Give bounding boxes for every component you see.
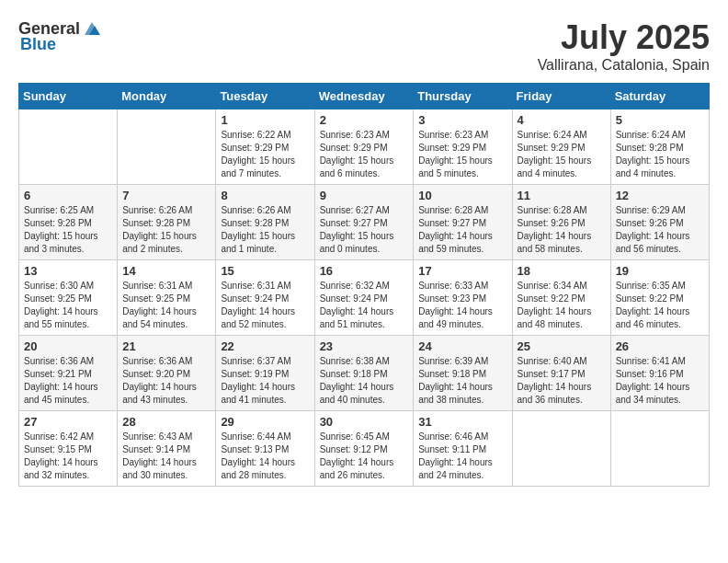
day-number: 1 xyxy=(221,113,309,127)
logo-icon xyxy=(82,18,102,39)
day-number: 8 xyxy=(221,189,309,202)
day-detail: Sunrise: 6:30 AMSunset: 9:25 PMDaylight:… xyxy=(24,280,112,331)
day-detail: Sunrise: 6:29 AMSunset: 9:26 PMDaylight:… xyxy=(616,204,704,256)
day-detail: Sunrise: 6:46 AMSunset: 9:11 PMDaylight:… xyxy=(418,431,506,482)
day-detail: Sunrise: 6:26 AMSunset: 9:28 PMDaylight:… xyxy=(221,204,309,256)
calendar-cell: 27Sunrise: 6:42 AMSunset: 9:15 PMDayligh… xyxy=(19,411,118,487)
day-detail: Sunrise: 6:39 AMSunset: 9:18 PMDaylight:… xyxy=(418,355,506,407)
day-number: 9 xyxy=(320,189,409,202)
day-detail: Sunrise: 6:41 AMSunset: 9:16 PMDaylight:… xyxy=(616,355,704,407)
day-detail: Sunrise: 6:43 AMSunset: 9:14 PMDaylight:… xyxy=(122,431,210,482)
calendar-cell: 13Sunrise: 6:30 AMSunset: 9:25 PMDayligh… xyxy=(19,260,118,336)
weekday-header-sunday: Sunday xyxy=(19,84,118,109)
calendar-cell: 12Sunrise: 6:29 AMSunset: 9:26 PMDayligh… xyxy=(610,185,709,260)
calendar-header: SundayMondayTuesdayWednesdayThursdayFrid… xyxy=(19,84,710,109)
calendar-cell: 11Sunrise: 6:28 AMSunset: 9:26 PMDayligh… xyxy=(512,185,610,260)
week-row-2: 6Sunrise: 6:25 AMSunset: 9:28 PMDaylight… xyxy=(19,185,710,260)
day-detail: Sunrise: 6:31 AMSunset: 9:24 PMDaylight:… xyxy=(221,280,309,331)
day-detail: Sunrise: 6:24 AMSunset: 9:28 PMDaylight:… xyxy=(616,129,704,180)
day-detail: Sunrise: 6:40 AMSunset: 9:17 PMDaylight:… xyxy=(518,355,606,407)
title-block: July 2025 Vallirana, Catalonia, Spain xyxy=(538,18,710,74)
calendar-cell: 3Sunrise: 6:23 AMSunset: 9:29 PMDaylight… xyxy=(414,109,512,185)
weekday-header-thursday: Thursday xyxy=(414,84,512,109)
calendar-cell: 26Sunrise: 6:41 AMSunset: 9:16 PMDayligh… xyxy=(610,336,709,411)
day-detail: Sunrise: 6:38 AMSunset: 9:18 PMDaylight:… xyxy=(320,355,409,407)
day-detail: Sunrise: 6:27 AMSunset: 9:27 PMDaylight:… xyxy=(320,204,409,256)
day-number: 27 xyxy=(24,415,112,429)
calendar-cell: 8Sunrise: 6:26 AMSunset: 9:28 PMDaylight… xyxy=(216,185,314,260)
day-detail: Sunrise: 6:42 AMSunset: 9:15 PMDaylight:… xyxy=(24,431,112,482)
day-number: 20 xyxy=(24,339,112,353)
page-header: General Blue July 2025 Vallirana, Catalo… xyxy=(18,18,710,74)
calendar-table: SundayMondayTuesdayWednesdayThursdayFrid… xyxy=(18,83,710,487)
day-detail: Sunrise: 6:45 AMSunset: 9:12 PMDaylight:… xyxy=(320,431,409,482)
calendar-cell: 21Sunrise: 6:36 AMSunset: 9:20 PMDayligh… xyxy=(118,336,216,411)
day-detail: Sunrise: 6:32 AMSunset: 9:24 PMDaylight:… xyxy=(320,280,409,331)
day-number: 26 xyxy=(616,339,704,353)
week-row-1: 1Sunrise: 6:22 AMSunset: 9:29 PMDaylight… xyxy=(19,109,710,185)
calendar-cell: 25Sunrise: 6:40 AMSunset: 9:17 PMDayligh… xyxy=(512,336,610,411)
calendar-cell: 23Sunrise: 6:38 AMSunset: 9:18 PMDayligh… xyxy=(314,336,414,411)
day-number: 18 xyxy=(518,264,606,278)
day-number: 21 xyxy=(122,339,210,353)
calendar-cell xyxy=(19,109,118,185)
day-detail: Sunrise: 6:44 AMSunset: 9:13 PMDaylight:… xyxy=(221,431,309,482)
calendar-cell: 17Sunrise: 6:33 AMSunset: 9:23 PMDayligh… xyxy=(414,260,512,336)
day-detail: Sunrise: 6:23 AMSunset: 9:29 PMDaylight:… xyxy=(418,129,506,180)
month-title: July 2025 xyxy=(538,18,710,57)
day-number: 15 xyxy=(221,264,309,278)
day-detail: Sunrise: 6:28 AMSunset: 9:26 PMDaylight:… xyxy=(518,204,606,256)
day-number: 13 xyxy=(24,264,112,278)
day-number: 12 xyxy=(616,189,704,202)
day-detail: Sunrise: 6:36 AMSunset: 9:21 PMDaylight:… xyxy=(24,355,112,407)
day-number: 23 xyxy=(320,339,409,353)
week-row-3: 13Sunrise: 6:30 AMSunset: 9:25 PMDayligh… xyxy=(19,260,710,336)
day-number: 14 xyxy=(122,264,210,278)
day-number: 28 xyxy=(122,415,210,429)
calendar-cell: 6Sunrise: 6:25 AMSunset: 9:28 PMDaylight… xyxy=(19,185,118,260)
day-number: 6 xyxy=(24,189,112,202)
calendar-cell: 4Sunrise: 6:24 AMSunset: 9:29 PMDaylight… xyxy=(512,109,610,185)
day-detail: Sunrise: 6:33 AMSunset: 9:23 PMDaylight:… xyxy=(418,280,506,331)
day-detail: Sunrise: 6:24 AMSunset: 9:29 PMDaylight:… xyxy=(518,129,606,180)
calendar-cell xyxy=(118,109,216,185)
day-number: 7 xyxy=(122,189,210,202)
weekday-header-tuesday: Tuesday xyxy=(216,84,314,109)
day-number: 11 xyxy=(518,189,606,202)
day-detail: Sunrise: 6:35 AMSunset: 9:22 PMDaylight:… xyxy=(616,280,704,331)
day-detail: Sunrise: 6:25 AMSunset: 9:28 PMDaylight:… xyxy=(24,204,112,256)
day-detail: Sunrise: 6:23 AMSunset: 9:29 PMDaylight:… xyxy=(320,129,409,180)
week-row-4: 20Sunrise: 6:36 AMSunset: 9:21 PMDayligh… xyxy=(19,336,710,411)
day-number: 24 xyxy=(418,339,506,353)
calendar-cell: 9Sunrise: 6:27 AMSunset: 9:27 PMDaylight… xyxy=(314,185,414,260)
calendar-cell: 18Sunrise: 6:34 AMSunset: 9:22 PMDayligh… xyxy=(512,260,610,336)
weekday-header-wednesday: Wednesday xyxy=(314,84,414,109)
calendar-cell: 22Sunrise: 6:37 AMSunset: 9:19 PMDayligh… xyxy=(216,336,314,411)
day-number: 5 xyxy=(616,113,704,127)
day-number: 19 xyxy=(616,264,704,278)
day-number: 10 xyxy=(418,189,506,202)
calendar-cell: 14Sunrise: 6:31 AMSunset: 9:25 PMDayligh… xyxy=(118,260,216,336)
day-number: 22 xyxy=(221,339,309,353)
logo: General Blue xyxy=(18,18,102,54)
calendar-cell xyxy=(512,411,610,487)
calendar-cell: 19Sunrise: 6:35 AMSunset: 9:22 PMDayligh… xyxy=(610,260,709,336)
calendar-cell: 10Sunrise: 6:28 AMSunset: 9:27 PMDayligh… xyxy=(414,185,512,260)
calendar-body: 1Sunrise: 6:22 AMSunset: 9:29 PMDaylight… xyxy=(19,109,710,487)
day-detail: Sunrise: 6:22 AMSunset: 9:29 PMDaylight:… xyxy=(221,129,309,180)
day-number: 25 xyxy=(518,339,606,353)
day-number: 17 xyxy=(418,264,506,278)
weekday-header-saturday: Saturday xyxy=(610,84,709,109)
day-detail: Sunrise: 6:31 AMSunset: 9:25 PMDaylight:… xyxy=(122,280,210,331)
calendar-cell: 16Sunrise: 6:32 AMSunset: 9:24 PMDayligh… xyxy=(314,260,414,336)
calendar-cell: 24Sunrise: 6:39 AMSunset: 9:18 PMDayligh… xyxy=(414,336,512,411)
day-number: 29 xyxy=(221,415,309,429)
calendar-cell: 2Sunrise: 6:23 AMSunset: 9:29 PMDaylight… xyxy=(314,109,414,185)
day-number: 31 xyxy=(418,415,506,429)
weekday-header-friday: Friday xyxy=(512,84,610,109)
calendar-cell: 1Sunrise: 6:22 AMSunset: 9:29 PMDaylight… xyxy=(216,109,314,185)
calendar-cell: 20Sunrise: 6:36 AMSunset: 9:21 PMDayligh… xyxy=(19,336,118,411)
calendar-cell: 15Sunrise: 6:31 AMSunset: 9:24 PMDayligh… xyxy=(216,260,314,336)
calendar-cell: 31Sunrise: 6:46 AMSunset: 9:11 PMDayligh… xyxy=(414,411,512,487)
calendar-cell: 5Sunrise: 6:24 AMSunset: 9:28 PMDaylight… xyxy=(610,109,709,185)
